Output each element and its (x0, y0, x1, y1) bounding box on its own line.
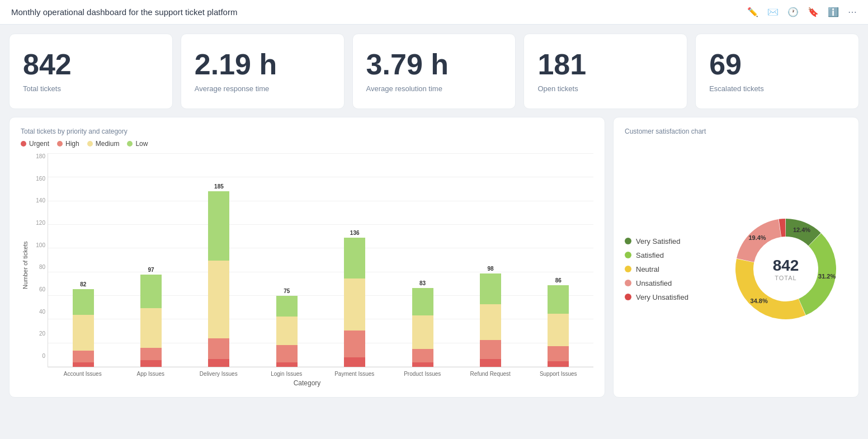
bar-total-label: 83 (419, 280, 426, 286)
donut-wrapper: 12.4%31.2%34.8%19.4% 842 TOTAL (724, 207, 847, 331)
email-icon[interactable]: ✉️ (767, 7, 779, 17)
x-tick: Support Issues (528, 371, 589, 377)
bar-stack (412, 288, 433, 367)
x-tick: App Issues (120, 371, 182, 377)
kpi-row: 842 Total tickets 2.19 h Average respons… (9, 34, 859, 109)
kpi-label: Open tickets (537, 84, 578, 93)
y-axis: 020406080100120140160180 (30, 153, 48, 377)
kpi-label: Escalated tickets (709, 84, 764, 93)
legend-item: Urgent (21, 140, 49, 148)
sat-legend-item: Satisfied (625, 251, 688, 259)
donut-center: 842 TOTAL (773, 257, 799, 281)
bar-total-label: 98 (487, 266, 493, 272)
y-tick: 0 (30, 353, 48, 359)
kpi-label: Average response time (195, 84, 269, 93)
bar-segment-high (73, 351, 94, 362)
sat-dot (625, 266, 631, 272)
satisfaction-card: Customer satisfaction chart Very Satisfi… (613, 117, 859, 398)
info-icon[interactable]: ℹ️ (828, 7, 839, 17)
bar-chart-card: Total tickets by priority and category U… (9, 117, 605, 398)
bar-segment-high (344, 331, 365, 357)
clock-icon[interactable]: 🕐 (787, 7, 799, 17)
legend-label: Urgent (29, 140, 49, 148)
bookmark-icon[interactable]: 🔖 (808, 7, 819, 17)
bar-segment-urgent (73, 362, 94, 367)
bar-segment-low (140, 275, 162, 308)
bar-group: 75 (256, 288, 317, 367)
bar-stack (73, 289, 94, 367)
bar-stack (208, 191, 229, 367)
bars-container: 829718575136839886 (48, 153, 593, 367)
donut-chart-title: Customer satisfaction chart (625, 128, 847, 135)
y-tick: 60 (30, 286, 48, 292)
sat-label: Very Satisfied (636, 237, 681, 246)
sat-legend-item: Neutral (625, 265, 688, 273)
bar-segment-medium (412, 315, 433, 349)
x-tick: Payment Issues (324, 371, 385, 377)
legend-dot (87, 141, 93, 147)
donut-segment-label: 34.8% (751, 298, 768, 304)
bar-segment-medium (140, 308, 162, 348)
bar-total-label: 75 (284, 288, 290, 294)
donut-label: TOTAL (773, 275, 799, 281)
bar-total-label: 82 (80, 281, 86, 287)
bar-segment-high (140, 348, 162, 360)
kpi-card-0: 842 Total tickets (9, 34, 173, 109)
bar-segment-low (276, 296, 298, 317)
legend-dot (57, 141, 63, 147)
y-tick: 120 (30, 220, 48, 226)
legend-dot (127, 141, 133, 147)
bar-segment-low (548, 285, 569, 314)
sat-label: Satisfied (636, 251, 664, 259)
bar-segment-urgent (208, 359, 229, 367)
sat-dot (625, 238, 631, 244)
bar-stack (140, 275, 162, 367)
kpi-label: Average resolution time (366, 84, 442, 93)
legend-label: Medium (96, 140, 120, 148)
more-icon[interactable]: ⋯ (848, 7, 857, 17)
bar-segment-low (480, 273, 501, 304)
page-title: Monthly operational dashboard for the su… (11, 7, 237, 17)
y-tick: 180 (30, 153, 48, 159)
legend-label: High (65, 140, 79, 148)
donut-total: 842 (773, 257, 799, 275)
bar-segment-urgent (276, 362, 298, 367)
bar-segment-medium (73, 315, 94, 351)
sat-dot (625, 294, 631, 300)
bar-segment-urgent (480, 359, 501, 367)
bar-segment-low (208, 191, 229, 261)
sat-legend-item: Very Satisfied (625, 237, 688, 246)
bar-stack (344, 238, 365, 367)
bar-total-label: 86 (555, 277, 562, 284)
sat-legend: Very Satisfied Satisfied Neutral Unsatis… (625, 237, 688, 301)
kpi-card-1: 2.19 h Average response time (181, 34, 345, 109)
legend-label: Low (135, 140, 148, 148)
sat-legend-item: Unsatisfied (625, 279, 688, 287)
sat-dot (625, 280, 631, 286)
bar-segment-urgent (412, 362, 433, 367)
y-tick: 140 (30, 197, 48, 204)
header-icon-group: ✏️ ✉️ 🕐 🔖 ℹ️ ⋯ (747, 7, 857, 17)
bar-segment-high (208, 338, 229, 359)
app-header: Monthly operational dashboard for the su… (0, 0, 868, 25)
bar-chart-title: Total tickets by priority and category (21, 128, 593, 135)
legend-item: Medium (87, 140, 120, 148)
bar-group: 136 (324, 230, 385, 367)
dashboard: 842 Total tickets 2.19 h Average respons… (0, 25, 868, 407)
kpi-value: 181 (537, 50, 586, 79)
x-axis: Account IssuesApp IssuesDelivery IssuesL… (48, 367, 593, 377)
bar-stack (480, 273, 501, 367)
kpi-card-3: 181 Open tickets (523, 34, 687, 109)
bar-total-label: 97 (148, 267, 154, 273)
bar-segment-high (548, 346, 569, 361)
bar-chart-legend: UrgentHighMediumLow (21, 140, 593, 148)
edit-icon[interactable]: ✏️ (747, 7, 758, 17)
kpi-card-4: 69 Escalated tickets (695, 34, 859, 109)
y-tick: 80 (30, 264, 48, 270)
bar-segment-medium (276, 317, 298, 345)
x-tick: Product Issues (392, 371, 454, 377)
bar-segment-urgent (548, 361, 569, 367)
legend-item: High (57, 140, 79, 148)
bar-segment-high (412, 349, 433, 362)
bar-segment-urgent (344, 357, 365, 367)
